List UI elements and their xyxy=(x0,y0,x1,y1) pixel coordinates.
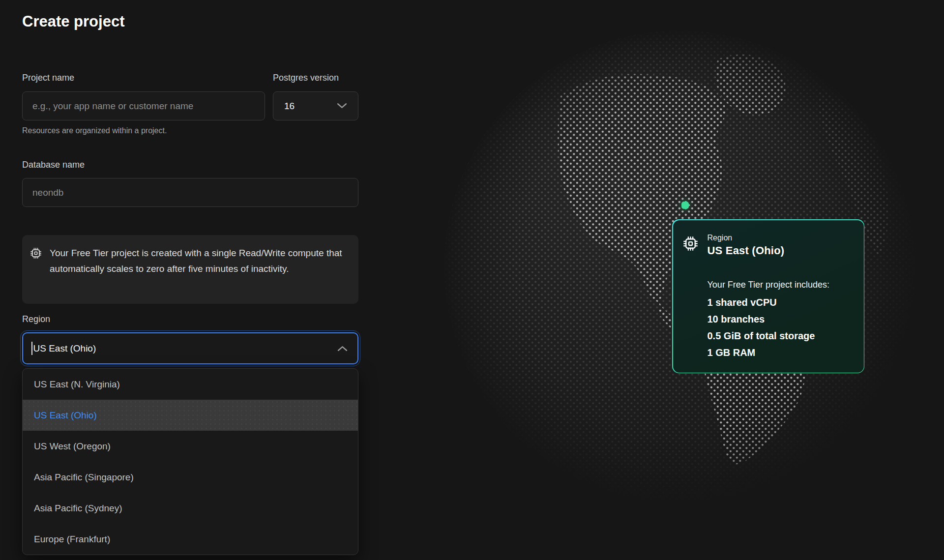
region-combobox[interactable]: US East (Ohio) xyxy=(22,332,358,364)
region-option-asia-pacific-sydney[interactable]: Asia Pacific (Sydney) xyxy=(23,493,358,524)
chevron-up-icon xyxy=(337,345,348,352)
region-option-us-west-oregon[interactable]: US West (Oregon) xyxy=(23,431,358,462)
region-tooltip-card: Region US East (Ohio) Your Free Tier pro… xyxy=(672,219,864,373)
free-tier-note: Your Free Tier project is created with a… xyxy=(50,245,347,277)
region-option-us-east-ohio[interactable]: US East (Ohio) xyxy=(23,400,358,431)
tooltip-feature-list: 1 shared vCPU 10 branches 0.5 GiB of tot… xyxy=(708,294,815,361)
project-helper-text: Resources are organized within a project… xyxy=(22,126,167,135)
tooltip-feature: 0.5 GiB of total storage xyxy=(708,327,815,344)
postgres-version-label: Postgres version xyxy=(273,73,339,83)
postgres-version-value: 16 xyxy=(284,101,295,112)
region-option-asia-pacific-singapore[interactable]: Asia Pacific (Singapore) xyxy=(23,462,358,493)
region-option-europe-frankfurt[interactable]: Europe (Frankfurt) xyxy=(23,524,358,555)
tooltip-includes-heading: Your Free Tier project includes: xyxy=(708,280,829,290)
cpu-icon xyxy=(681,235,700,253)
tooltip-region-value: US East (Ohio) xyxy=(708,244,785,257)
region-option-us-east-n-virginia[interactable]: US East (N. Virginia) xyxy=(23,369,358,400)
region-combobox-value: US East (Ohio) xyxy=(33,343,338,354)
postgres-version-select[interactable]: 16 xyxy=(273,91,358,120)
page-background: Region US East (Ohio) Your Free Tier pro… xyxy=(0,0,944,560)
tooltip-feature: 1 shared vCPU xyxy=(708,294,815,311)
tooltip-region-label: Region xyxy=(708,234,733,242)
database-name-label: Database name xyxy=(22,160,85,170)
tooltip-feature: 1 GB RAM xyxy=(708,344,815,361)
cpu-icon xyxy=(29,246,43,260)
project-name-input[interactable] xyxy=(22,91,265,120)
page-title: Create project xyxy=(22,11,124,32)
region-label: Region xyxy=(22,314,50,324)
tooltip-feature: 10 branches xyxy=(708,311,815,327)
chevron-down-icon xyxy=(337,103,347,109)
project-name-label: Project name xyxy=(22,73,74,83)
text-caret xyxy=(31,342,32,355)
database-name-input[interactable] xyxy=(22,178,358,207)
free-tier-info-box: Your Free Tier project is created with a… xyxy=(22,235,358,304)
region-options-list: US East (N. Virginia) US East (Ohio) US … xyxy=(22,368,358,555)
region-marker-icon xyxy=(681,202,689,209)
